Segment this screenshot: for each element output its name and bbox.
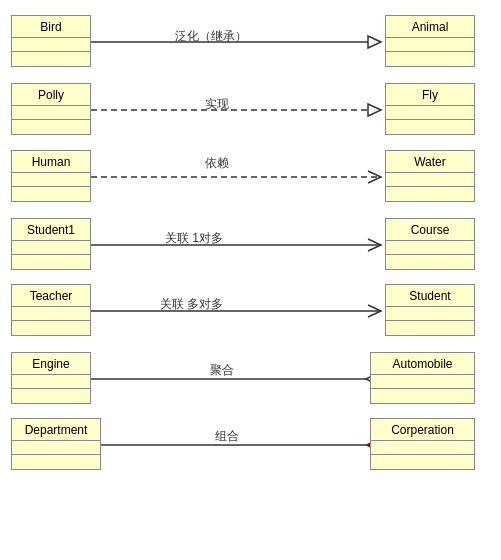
box-corperation: Corperation [370, 418, 475, 470]
box-polly-section2 [12, 120, 90, 134]
box-animal: Animal [385, 15, 475, 67]
box-engine-label: Engine [12, 353, 90, 375]
box-fly-section1 [386, 106, 474, 120]
box-human-section2 [12, 187, 90, 201]
relation-label-6: 组合 [215, 428, 239, 445]
relation-label-0: 泛化（继承） [175, 28, 247, 45]
box-corperation-label: Corperation [371, 419, 474, 441]
box-water-section1 [386, 173, 474, 187]
box-student-label: Student [386, 285, 474, 307]
box-automobile: Automobile [370, 352, 475, 404]
box-human-section1 [12, 173, 90, 187]
box-automobile-label: Automobile [371, 353, 474, 375]
box-bird-section2 [12, 52, 90, 66]
box-automobile-section1 [371, 375, 474, 389]
box-fly: Fly [385, 83, 475, 135]
box-fly-label: Fly [386, 84, 474, 106]
box-course-label: Course [386, 219, 474, 241]
box-student1-section2 [12, 255, 90, 269]
box-engine: Engine [11, 352, 91, 404]
diagram: Bird Animal Polly Fly Human Water Studen… [0, 0, 501, 560]
box-bird-section1 [12, 38, 90, 52]
relation-label-5: 聚合 [210, 362, 234, 379]
box-course: Course [385, 218, 475, 270]
svg-marker-3 [368, 104, 381, 116]
box-student1-section1 [12, 241, 90, 255]
relation-label-3: 关联 1对多 [165, 230, 223, 247]
box-animal-label: Animal [386, 16, 474, 38]
box-animal-section2 [386, 52, 474, 66]
box-teacher-section2 [12, 321, 90, 335]
box-water-label: Water [386, 151, 474, 173]
box-teacher: Teacher [11, 284, 91, 336]
box-teacher-label: Teacher [12, 285, 90, 307]
box-water: Water [385, 150, 475, 202]
box-department: Department [11, 418, 101, 470]
svg-marker-1 [368, 36, 381, 48]
box-engine-section1 [12, 375, 90, 389]
box-fly-section2 [386, 120, 474, 134]
box-department-section2 [12, 455, 100, 469]
box-polly-label: Polly [12, 84, 90, 106]
box-engine-section2 [12, 389, 90, 403]
box-human: Human [11, 150, 91, 202]
relation-label-4: 关联 多对多 [160, 296, 223, 313]
box-course-section1 [386, 241, 474, 255]
box-student1-label: Student1 [12, 219, 90, 241]
box-corperation-section1 [371, 441, 474, 455]
box-bird: Bird [11, 15, 91, 67]
box-automobile-section2 [371, 389, 474, 403]
box-department-label: Department [12, 419, 100, 441]
box-course-section2 [386, 255, 474, 269]
box-teacher-section1 [12, 307, 90, 321]
box-student1: Student1 [11, 218, 91, 270]
box-student-section2 [386, 321, 474, 335]
box-bird-label: Bird [12, 16, 90, 38]
box-water-section2 [386, 187, 474, 201]
relation-label-1: 实现 [205, 96, 229, 113]
relation-label-2: 依赖 [205, 155, 229, 172]
box-student-section1 [386, 307, 474, 321]
box-human-label: Human [12, 151, 90, 173]
box-polly: Polly [11, 83, 91, 135]
box-department-section1 [12, 441, 100, 455]
box-corperation-section2 [371, 455, 474, 469]
box-student: Student [385, 284, 475, 336]
box-polly-section1 [12, 106, 90, 120]
box-animal-section1 [386, 38, 474, 52]
